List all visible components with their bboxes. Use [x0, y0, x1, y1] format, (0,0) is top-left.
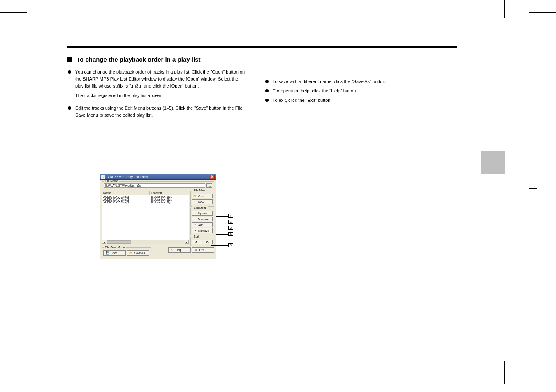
- arrow-up-icon: ↑: [193, 212, 197, 215]
- side-tab: [481, 151, 505, 174]
- callout-1: 1: [228, 214, 233, 218]
- crop-mark: [504, 0, 505, 18]
- help-icon: ?: [170, 249, 174, 251]
- body-text: To exit, click the "Exit" button.: [273, 97, 332, 104]
- screenshot: ♪ SHARP MP3 Play List Editor ✕ File Name…: [100, 174, 216, 259]
- body-text: For operation help, click the "Help" but…: [273, 88, 357, 95]
- sort-asc-button[interactable]: A↓: [192, 240, 202, 244]
- save-as-icon: 📂: [129, 251, 133, 255]
- edit-menu-group: Edit Menu ↑Upward ↓Downward ＋Add ✕Remove: [190, 208, 214, 235]
- list-item: To exit, click the "Exit" button.: [265, 97, 445, 104]
- group-label: File Name: [104, 180, 119, 182]
- exit-icon: ⎋: [194, 249, 198, 251]
- right-column: To save with a different name, click the…: [264, 56, 445, 121]
- top-rule: [67, 46, 457, 48]
- scroll-right-icon[interactable]: ▸: [185, 240, 189, 244]
- title-bar: ♪ SHARP MP3 Play List Editor ✕: [100, 174, 216, 180]
- square-bullet-icon: [67, 57, 72, 62]
- body-text: The tracks registered in the play list a…: [75, 92, 248, 99]
- sort-desc-icon: Z↓: [206, 241, 209, 244]
- bullet-icon: [68, 70, 71, 74]
- section-title: To change the playback order in a play l…: [76, 56, 200, 63]
- list-item: Edit the tracks using the Edit Menu butt…: [68, 105, 248, 119]
- col-header-location[interactable]: Location: [150, 191, 189, 195]
- save-button[interactable]: 💾Save: [103, 250, 126, 256]
- left-column: To change the playback order in a play l…: [67, 56, 248, 121]
- arrow-down-icon: ↓: [193, 218, 197, 221]
- scroll-thumb[interactable]: [107, 240, 131, 244]
- sort-desc-button[interactable]: Z↓: [203, 240, 213, 244]
- file-save-group: File Save Menu 💾Save 📂Save As: [102, 247, 151, 257]
- group-label: Edit Menu: [192, 206, 208, 209]
- sort-asc-icon: A↓: [195, 241, 199, 244]
- window-title: SHARP MP3 Play List Editor: [107, 175, 148, 179]
- new-button[interactable]: ▢New: [192, 199, 213, 204]
- crop-mark: [529, 12, 556, 13]
- save-as-button[interactable]: 📂Save As: [127, 250, 150, 256]
- app-icon: ♪: [101, 175, 105, 179]
- sidebar: File Menu 📂Open ▢New Edit Menu ↑Upward ↓…: [190, 191, 214, 246]
- group-label: File Save Menu: [104, 246, 126, 249]
- bullet-icon: [265, 99, 269, 102]
- group-label: Sort: [192, 235, 200, 238]
- group-label: File Menu: [192, 189, 208, 192]
- track-row[interactable]: AUDIO DATA 3.mp3E:\JukeBox_Sys: [102, 201, 189, 204]
- sort-group: Sort A↓ Z↓: [190, 237, 214, 246]
- list-item: For operation help, click the "Help" but…: [265, 88, 445, 95]
- open-button[interactable]: 📂Open: [192, 194, 213, 198]
- new-file-icon: ▢: [193, 200, 197, 203]
- crop-mark: [504, 361, 505, 384]
- file-menu-group: File Menu 📂Open ▢New: [190, 191, 214, 207]
- callout-5: 5: [228, 243, 233, 247]
- add-button[interactable]: ＋Add: [192, 222, 213, 227]
- window-body: File Name E:\PLAYLIST\Favorites.m3u … Na…: [100, 180, 216, 259]
- filename-input[interactable]: E:\PLAYLIST\Favorites.m3u: [104, 183, 205, 188]
- add-icon: ＋: [193, 223, 197, 227]
- crop-mark: [35, 0, 35, 18]
- page-content: To change the playback order in a play l…: [67, 46, 457, 350]
- bullet-icon: [265, 89, 269, 92]
- crop-mark: [0, 12, 27, 13]
- crop-mark: [35, 361, 35, 384]
- callout-3: 3: [228, 226, 233, 230]
- filename-group: File Name E:\PLAYLIST\Favorites.m3u …: [102, 181, 214, 189]
- list-header: Name Location: [102, 191, 189, 195]
- help-button[interactable]: ?Help: [168, 247, 191, 253]
- scroll-left-icon[interactable]: ◂: [102, 240, 106, 244]
- callout-4: 4: [228, 232, 233, 236]
- remove-button[interactable]: ✕Remove: [192, 228, 213, 233]
- bullet-icon: [265, 80, 269, 83]
- body-text: Edit the tracks using the Edit Menu butt…: [75, 105, 248, 119]
- downward-button[interactable]: ↓Downward: [192, 217, 213, 221]
- list-item: To save with a different name, click the…: [265, 78, 445, 85]
- bullet-icon: [68, 106, 71, 110]
- callout-2: 2: [228, 220, 233, 224]
- horizontal-scrollbar[interactable]: ◂ ▸: [102, 240, 189, 244]
- col-header-name[interactable]: Name: [102, 191, 150, 195]
- crop-mark: [0, 355, 27, 355]
- body-text: To save with a different name, click the…: [273, 78, 387, 85]
- bleed-mark: [529, 188, 537, 189]
- open-folder-icon: 📂: [193, 194, 197, 198]
- track-list[interactable]: Name Location AUDIO DATA 1.mp3E:\JukeBox…: [102, 191, 189, 244]
- body-text: You can change the playback order of tra…: [75, 69, 248, 90]
- section-heading: To change the playback order in a play l…: [67, 56, 248, 63]
- browse-button[interactable]: …: [206, 183, 212, 188]
- track-row[interactable]: AUDIO DATA 2.mp3E:\JukeBox_Sys: [102, 198, 189, 201]
- upward-button[interactable]: ↑Upward: [192, 211, 213, 216]
- close-icon[interactable]: ✕: [210, 175, 215, 179]
- save-icon: 💾: [105, 251, 109, 255]
- remove-icon: ✕: [193, 229, 197, 232]
- list-item: You can change the playback order of tra…: [68, 69, 248, 90]
- crop-mark: [529, 355, 556, 355]
- exit-button[interactable]: ⎋Exit: [192, 247, 215, 253]
- track-row[interactable]: AUDIO DATA 1.mp3E:\JukeBox_Sys: [102, 195, 189, 198]
